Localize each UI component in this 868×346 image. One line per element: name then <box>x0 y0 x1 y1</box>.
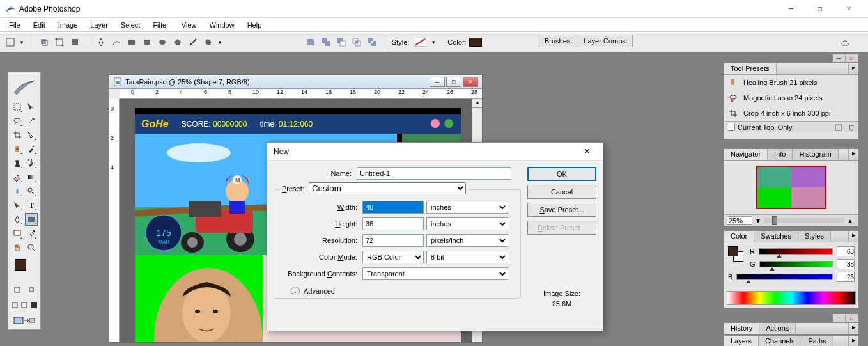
type-tool[interactable]: T <box>25 199 38 212</box>
minimize-button[interactable]: ─ <box>777 0 805 18</box>
imageready-icon[interactable] <box>11 314 38 327</box>
zoom-tool[interactable] <box>25 241 38 254</box>
tool-presets-tab[interactable]: Tool Presets <box>724 63 777 74</box>
shape-tool-indicator[interactable] <box>4 36 17 49</box>
ok-button[interactable]: OK <box>527 167 596 181</box>
palette-well-icon[interactable] <box>839 36 851 49</box>
brush-tool[interactable] <box>25 143 38 155</box>
dodge-tool[interactable] <box>25 185 38 198</box>
panel-menu-icon[interactable]: ▸ <box>848 63 858 74</box>
custom-shape-icon[interactable] <box>202 36 215 49</box>
document-titlebar[interactable]: TaraRain.psd @ 25% (Shape 7, RGB/8) ─ □ … <box>109 75 482 89</box>
swatches-tab[interactable]: Swatches <box>754 231 798 242</box>
width-field[interactable] <box>362 201 424 214</box>
path-select-tool[interactable] <box>11 199 24 212</box>
paths-icon[interactable] <box>53 36 66 49</box>
menu-help[interactable]: Help <box>241 19 268 31</box>
combine-intersect-icon[interactable] <box>350 36 363 49</box>
menu-file[interactable]: File <box>3 19 27 31</box>
color-tab[interactable]: Color <box>724 231 754 242</box>
rounded-rect-icon[interactable] <box>141 36 153 49</box>
style-swatch[interactable] <box>412 36 428 49</box>
wand-tool[interactable] <box>25 114 38 127</box>
height-field[interactable] <box>362 217 424 230</box>
zoom-value[interactable]: 25% <box>727 216 752 225</box>
eraser-tool[interactable] <box>11 171 24 184</box>
zoom-out-icon[interactable]: ▾ <box>756 216 760 225</box>
current-tool-only-checkbox[interactable] <box>727 123 735 131</box>
history-brush-tool[interactable] <box>25 157 38 169</box>
fg-swatch[interactable] <box>728 246 738 256</box>
resolution-field[interactable] <box>362 234 424 247</box>
panel-menu-icon[interactable]: ▸ <box>848 336 858 346</box>
width-unit-select[interactable]: inches <box>426 201 508 214</box>
color-picker[interactable] <box>11 258 38 281</box>
maximize-button[interactable]: □ <box>805 0 834 18</box>
menu-image[interactable]: Image <box>52 19 84 31</box>
blur-tool[interactable] <box>11 185 24 198</box>
combine-new-icon[interactable] <box>304 36 317 49</box>
screen-full-icon[interactable] <box>29 299 38 311</box>
move-tool[interactable] <box>25 100 38 113</box>
preset-select[interactable]: Custom <box>309 182 466 194</box>
fill-pixels-icon[interactable] <box>68 36 81 49</box>
dialog-close-button[interactable]: ✕ <box>577 143 596 161</box>
b-value[interactable] <box>837 272 855 282</box>
notes-tool[interactable] <box>11 227 24 240</box>
height-unit-select[interactable]: inches <box>426 217 508 230</box>
panel-menu-icon[interactable]: ▸ <box>848 323 858 334</box>
menu-layer[interactable]: Layer <box>84 19 114 31</box>
brushes-tab[interactable]: Brushes <box>538 35 577 47</box>
standard-mode-icon[interactable] <box>11 283 24 296</box>
panel-menu-icon[interactable]: ▸ <box>848 149 858 160</box>
layer-comps-tab[interactable]: Layer Comps <box>577 35 632 47</box>
bit-depth-select[interactable]: 8 bit <box>426 251 508 263</box>
healing-tool[interactable] <box>11 143 24 155</box>
navigator-thumbnail[interactable] <box>724 161 858 214</box>
combine-add-icon[interactable] <box>320 36 332 49</box>
hand-tool[interactable] <box>11 241 24 254</box>
menu-view[interactable]: View <box>175 19 203 31</box>
layers-tab[interactable]: Layers <box>724 336 759 346</box>
freeform-pen-icon[interactable] <box>110 36 123 49</box>
name-field[interactable] <box>357 167 511 180</box>
preset-item[interactable]: Healing Brush 21 pixels <box>724 75 858 90</box>
stamp-tool[interactable] <box>11 157 24 169</box>
new-preset-icon[interactable] <box>834 123 843 132</box>
history-tab[interactable]: History <box>724 323 759 334</box>
eyedropper-tool[interactable] <box>25 227 38 240</box>
lasso-tool[interactable] <box>11 114 24 127</box>
menu-window[interactable]: Window <box>203 19 241 31</box>
navigator-tab[interactable]: Navigator <box>724 149 768 160</box>
polygon-icon[interactable] <box>171 36 184 49</box>
styles-tab[interactable]: Styles <box>798 231 831 242</box>
color-mode-select[interactable]: RGB Color <box>362 251 424 263</box>
zoom-in-icon[interactable]: ▴ <box>848 216 852 225</box>
screen-standard-icon[interactable] <box>11 299 19 311</box>
panel-menu-icon[interactable]: ▸ <box>848 231 858 242</box>
screen-full-menu-icon[interactable] <box>20 299 29 311</box>
pen-tool[interactable] <box>11 213 24 226</box>
doc-minimize-button[interactable]: ─ <box>430 77 445 87</box>
menu-filter[interactable]: Filter <box>146 19 174 31</box>
menu-edit[interactable]: Edit <box>27 19 52 31</box>
line-icon[interactable] <box>187 36 199 49</box>
rect-shape-icon[interactable] <box>125 36 138 49</box>
info-tab[interactable]: Info <box>768 149 793 160</box>
ellipse-icon[interactable] <box>156 36 169 49</box>
preset-item[interactable]: Magnetic Lasso 24 pixels <box>724 90 858 106</box>
panel-mini-4[interactable]: ─□ <box>832 313 859 322</box>
combine-subtract-icon[interactable] <box>335 36 348 49</box>
save-preset-button[interactable]: Save Preset... <box>527 203 596 217</box>
cancel-button[interactable]: Cancel <box>527 185 596 199</box>
pen-icon[interactable] <box>95 36 107 49</box>
panel-mini-1[interactable]: ─□ <box>832 54 859 63</box>
spectrum-ramp[interactable] <box>727 291 856 305</box>
preset-item[interactable]: Crop 4 inch x 6 inch 300 ppi <box>724 106 858 121</box>
g-slider[interactable] <box>759 261 833 267</box>
paths-tab[interactable]: Paths <box>802 336 833 346</box>
r-slider[interactable] <box>759 248 833 255</box>
color-swatch[interactable] <box>469 38 482 47</box>
histogram-tab[interactable]: Histogram <box>793 149 838 160</box>
zoom-slider[interactable] <box>764 218 844 223</box>
